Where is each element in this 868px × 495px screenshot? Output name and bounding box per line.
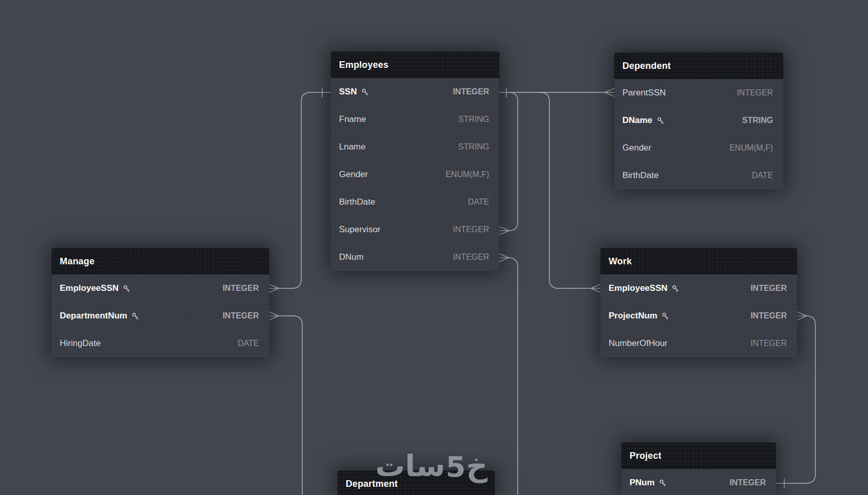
table-manage[interactable]: Manage EmployeeSSN INTEGER DepartmentNum… [52, 248, 269, 357]
table-work[interactable]: Work EmployeeSSN INTEGER ProjectNum INTE… [600, 248, 797, 357]
watermark-digit: 5 [446, 451, 466, 483]
relationship-path [279, 92, 331, 288]
field-type: INTEGER [730, 478, 766, 487]
field-type: STRING [459, 142, 489, 152]
field-name: Gender [339, 169, 368, 180]
field-row-gender[interactable]: Gender ENUM(M,F) [331, 161, 499, 188]
field-name: PNum [630, 478, 655, 488]
field-name: HiringDate [60, 338, 101, 349]
field-name: DepartmentNum [60, 311, 127, 321]
table-title: Dependent [622, 61, 671, 71]
field-name: Fname [339, 114, 366, 125]
field-name: DNum [339, 252, 364, 262]
table-header[interactable]: Project [621, 442, 776, 469]
field-type: ENUM(M,F) [446, 170, 489, 179]
table-title: Work [609, 256, 632, 267]
table-dependent[interactable]: Dependent ParentSSN INTEGER DName STRING… [614, 53, 783, 189]
cardinality-many-marker [797, 312, 807, 320]
field-name: DName [622, 115, 653, 126]
field-type: INTEGER [453, 253, 489, 262]
field-row-parentssn[interactable]: ParentSSN INTEGER [614, 79, 783, 107]
field-type: DATE [468, 197, 489, 207]
relationship-path [279, 316, 302, 495]
field-row-hiringdate[interactable]: HiringDate DATE [52, 330, 269, 357]
key-icon [657, 117, 665, 125]
relationship-path [509, 92, 518, 231]
field-row-fname[interactable]: Fname STRING [331, 106, 499, 133]
field-row-dname[interactable]: DName STRING [614, 107, 783, 134]
field-row-departmentnum[interactable]: DepartmentNum INTEGER [52, 302, 269, 330]
field-row-gender[interactable]: Gender ENUM(M,F) [614, 134, 783, 162]
key-icon [659, 479, 667, 487]
relationship-employees-work[interactable] [540, 92, 600, 292]
cardinality-many-marker [499, 227, 509, 235]
field-type: INTEGER [223, 311, 259, 320]
field-name: SSN [339, 87, 357, 97]
field-type: INTEGER [453, 225, 489, 234]
key-icon [123, 285, 131, 292]
field-type: STRING [742, 116, 773, 125]
table-title: Manage [60, 256, 94, 267]
relationship-manage-employees[interactable] [269, 88, 331, 292]
table-title: Project [630, 451, 661, 461]
field-type: DATE [238, 339, 259, 348]
table-header[interactable]: Manage [52, 248, 269, 275]
field-row-birthdate[interactable]: BirthDate DATE [614, 162, 783, 189]
field-name: EmployeeSSN [60, 283, 118, 293]
field-name: Supervisor [339, 225, 380, 235]
field-type: ENUM(M,F) [730, 143, 773, 153]
field-row-employeessn[interactable]: EmployeeSSN INTEGER [52, 275, 269, 302]
diagram-viewport[interactable]: Manage EmployeeSSN INTEGER DepartmentNum… [0, 0, 868, 495]
field-name: NumberOfHour [609, 338, 667, 349]
relationship-employees-department[interactable] [499, 254, 518, 495]
key-icon [672, 285, 680, 292]
cardinality-many-marker [499, 254, 509, 262]
table-header[interactable]: Work [600, 248, 797, 275]
relationship-path [540, 92, 591, 288]
table-header[interactable]: Dependent [614, 53, 783, 79]
cardinality-many-marker [605, 88, 614, 96]
table-title: Employees [339, 60, 389, 70]
watermark-text-left: سات [375, 450, 445, 483]
field-name: BirthDate [622, 170, 659, 181]
field-type: INTEGER [453, 87, 489, 96]
field-type: INTEGER [751, 284, 787, 293]
field-type: INTEGER [751, 311, 787, 320]
field-row-employeessn[interactable]: EmployeeSSN INTEGER [600, 275, 797, 302]
field-row-lname[interactable]: Lname STRING [331, 133, 499, 161]
relationship-employees-supervisor-self[interactable] [499, 92, 518, 235]
field-name: BirthDate [339, 197, 375, 207]
field-row-birthdate[interactable]: BirthDate DATE [331, 188, 499, 216]
field-name: Gender [622, 143, 652, 153]
key-icon [662, 312, 669, 320]
table-employees[interactable]: Employees SSN INTEGER Fname STRING Lname… [331, 52, 499, 271]
cardinality-many-marker [269, 284, 279, 292]
field-type: STRING [459, 115, 489, 124]
field-row-dnum[interactable]: DNum INTEGER [331, 243, 499, 271]
key-icon [361, 88, 369, 96]
table-header[interactable]: Employees [331, 52, 499, 78]
field-row-numberofhour[interactable]: NumberOfHour INTEGER [600, 330, 797, 357]
field-type: INTEGER [737, 88, 773, 97]
relationship-path [509, 258, 518, 495]
field-type: DATE [752, 171, 773, 180]
field-name: EmployeeSSN [609, 283, 667, 293]
relationship-manage-department[interactable] [269, 312, 302, 495]
field-name: ParentSSN [622, 88, 666, 98]
cardinality-many-marker [269, 312, 279, 320]
field-row-projectnum[interactable]: ProjectNum INTEGER [600, 302, 797, 330]
cardinality-many-marker [591, 284, 600, 292]
table-project[interactable]: Project PNum INTEGER [621, 442, 776, 495]
watermark-text-right: خ [466, 450, 488, 483]
field-type: INTEGER [751, 339, 787, 348]
khamsat-watermark: خ 5 سات [375, 450, 488, 483]
key-icon [132, 312, 139, 320]
field-type: INTEGER [223, 284, 259, 293]
field-row-ssn[interactable]: SSN INTEGER [331, 78, 499, 106]
field-name: Lname [339, 142, 366, 152]
er-diagram-canvas[interactable]: { "theme": { "canvas_bg": "#44464f", "ta… [0, 0, 868, 495]
field-row-supervisor[interactable]: Supervisor INTEGER [331, 216, 499, 243]
field-name: ProjectNum [609, 311, 657, 321]
field-row-pnum[interactable]: PNum INTEGER [621, 469, 776, 495]
